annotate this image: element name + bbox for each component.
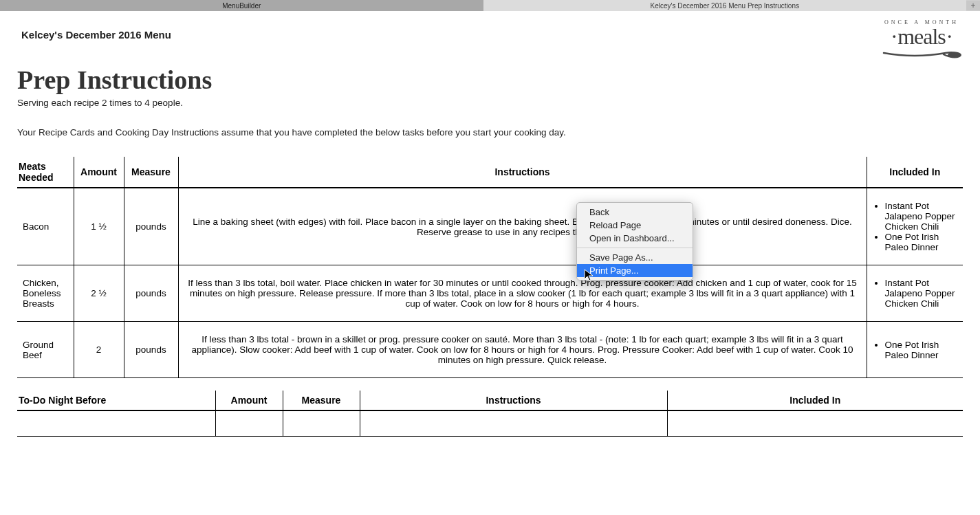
cell-included: Instant Pot Jalapeno Popper Chicken Chil… (867, 188, 963, 265)
cell-name: Bacon (17, 188, 74, 265)
logo-text: meals (880, 25, 963, 47)
table-row: Ground Beef2poundsIf less than 3 lbs tot… (17, 322, 963, 378)
table-row (17, 410, 963, 437)
cell-name: Chicken, Boneless Breasts (17, 265, 74, 322)
todo-table: To-Do Night Before Amount Measure Instru… (17, 391, 963, 437)
spoon-icon (880, 49, 963, 60)
context-menu-item[interactable]: Reload Page (577, 219, 693, 232)
cell-name: Ground Beef (17, 322, 74, 378)
context-menu-item[interactable]: Back (577, 206, 693, 219)
header-todo: To-Do Night Before (17, 391, 215, 410)
context-menu-separator (577, 248, 693, 248)
table-row: Chicken, Boneless Breasts2 ½poundsIf les… (17, 265, 963, 322)
meats-table: Meats Needed Amount Measure Instructions… (17, 157, 963, 378)
cell-amount: 1 ½ (74, 188, 124, 265)
header-measure: Measure (124, 157, 178, 188)
list-item: One Pot Irish Paleo Dinner (885, 232, 958, 252)
assume-text: Your Recipe Cards and Cooking Day Instru… (17, 127, 963, 138)
list-item: Instant Pot Jalapeno Popper Chicken Chil… (885, 201, 958, 232)
cell-measure: pounds (124, 188, 178, 265)
logo: ONCE A MONTH meals (880, 19, 963, 63)
cell-measure: pounds (124, 322, 178, 378)
tab-menubuilder[interactable]: MenuBuilder (0, 0, 483, 11)
cell-included: One Pot Irish Paleo Dinner (867, 322, 963, 378)
header-amount: Amount (74, 157, 124, 188)
cell-instructions: Line a baking sheet (with edges) with fo… (178, 188, 867, 265)
page-title: Prep Instructions (17, 65, 963, 95)
context-menu-item[interactable]: Print Page... (577, 264, 693, 277)
header-instructions2: Instructions (360, 391, 667, 410)
header-included2: Included In (667, 391, 963, 410)
list-item: One Pot Irish Paleo Dinner (885, 340, 958, 360)
cell-instructions: If less than 3 lbs total - brown in a sk… (178, 322, 867, 378)
cell-amount: 2 ½ (74, 265, 124, 322)
header-included: Included In (867, 157, 963, 188)
cell-measure: pounds (124, 265, 178, 322)
tab-prep-instructions[interactable]: Kelcey's December 2016 Menu Prep Instruc… (483, 0, 967, 11)
cell-included: Instant Pot Jalapeno Popper Chicken Chil… (867, 265, 963, 322)
tab-add-button[interactable]: + (966, 1, 980, 10)
context-menu-item[interactable]: Open in Dashboard... (577, 232, 693, 245)
header-measure2: Measure (283, 391, 360, 410)
list-item: Instant Pot Jalapeno Popper Chicken Chil… (885, 278, 958, 309)
page-content: ONCE A MONTH meals Kelcey's December 201… (0, 11, 980, 450)
menu-name: Kelcey's December 2016 Menu (21, 29, 963, 41)
cell-instructions: If less than 3 lbs total, boil water. Pl… (178, 265, 867, 322)
context-menu-item[interactable]: Save Page As... (577, 251, 693, 264)
cell-amount: 2 (74, 322, 124, 378)
svg-point-0 (948, 52, 961, 58)
header-meats: Meats Needed (17, 157, 74, 188)
header-instructions: Instructions (178, 157, 867, 188)
tab-bar: MenuBuilder Kelcey's December 2016 Menu … (0, 0, 980, 11)
serving-text: Serving each recipe 2 times to 4 people. (17, 98, 963, 108)
table-row: Bacon1 ½poundsLine a baking sheet (with … (17, 188, 963, 265)
header-amount2: Amount (215, 391, 283, 410)
context-menu: BackReload PageOpen in Dashboard... Save… (576, 202, 693, 281)
